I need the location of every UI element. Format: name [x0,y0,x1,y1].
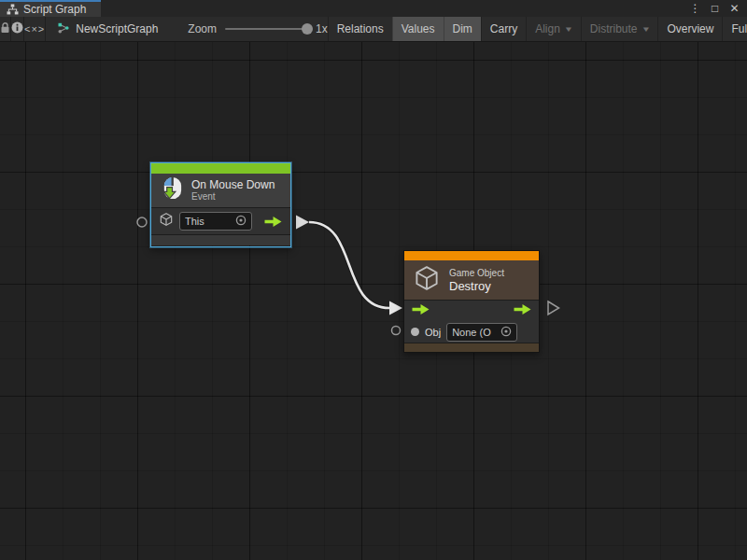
event-accent-bar [151,163,290,174]
mouse-icon [161,176,184,204]
info-button[interactable] [11,17,24,41]
info-icon [11,21,23,36]
obj-port-dot[interactable] [411,328,419,336]
event-node-footer [151,234,290,245]
dropdown-arrow-icon: ▼ [641,25,650,34]
carry-button[interactable]: Carry [481,17,526,41]
object-picker-icon[interactable] [500,326,512,339]
destroy-node-title: Destroy [449,279,504,294]
destroy-flow-in-arrow[interactable] [411,302,430,319]
tab-bar: Script Graph ⋮ □ ✕ [0,0,747,17]
graph-asset-icon [57,21,70,37]
destroy-accent-bar [404,251,539,260]
align-dropdown[interactable]: Align ▼ [526,17,581,41]
carry-label: Carry [490,22,517,35]
dim-label: Dim [453,22,472,35]
lock-icon [0,21,10,36]
zoom-value: 1x [316,22,328,35]
destroy-flow-row [404,300,539,321]
game-object-cube-icon [413,264,441,296]
toolbar-toggle-group: Relations Values Dim Carry Align ▼ Distr… [328,17,747,41]
lock-button[interactable] [0,17,11,41]
zoom-slider[interactable] [225,28,307,30]
overview-label: Overview [667,22,713,35]
destroy-obj-field[interactable]: None (O [446,323,517,342]
align-label: Align [535,22,560,35]
graph-name: NewScriptGraph [76,22,158,35]
values-label: Values [402,22,435,35]
window-controls: ⋮ □ ✕ [687,0,747,17]
wire-arrowhead [389,301,402,315]
code-view-button[interactable]: <×> [24,17,46,41]
distribute-label: Distribute [590,22,638,35]
toolbar: <×> NewScriptGraph Zoom 1x Relation [0,17,747,42]
graph-reference[interactable]: NewScriptGraph [57,17,158,41]
script-graph-window: Script Graph ⋮ □ ✕ [0,0,747,560]
destroy-node-category: Game Object [449,267,504,279]
fullscreen-label: Full S [731,22,747,35]
relations-label: Relations [337,22,384,35]
destroy-obj-port[interactable] [392,327,401,335]
tab-title: Script Graph [23,3,86,16]
relations-button[interactable]: Relations [328,17,392,41]
destroy-value-row: Obj None (O [404,321,539,343]
node-on-mouse-down[interactable]: On Mouse Down Event This [150,162,291,247]
zoom-label: Zoom [188,22,217,35]
wire-overlay [0,42,747,560]
node-destroy[interactable]: Game Object Destroy Obj [403,250,540,353]
dim-button[interactable]: Dim [444,17,481,41]
destroy-node-footer [404,343,539,352]
close-icon[interactable]: ✕ [726,1,742,16]
dropdown-arrow-icon: ▼ [564,25,573,34]
obj-port-label: Obj [425,327,441,338]
zoom-slider-handle[interactable] [302,23,313,35]
code-view-icon: <×> [24,23,45,35]
event-flow-out-arrow[interactable] [263,216,283,228]
connection-wire[interactable] [309,222,389,308]
event-trigger-out-port[interactable] [296,216,309,230]
destroy-flow-out-arrow[interactable] [513,302,532,319]
event-node-subtitle: Event [191,191,275,203]
event-target-value: This [185,216,232,227]
fullscreen-button[interactable]: Full S [722,17,747,41]
script-graph-icon [7,4,19,15]
maximize-icon[interactable]: □ [707,1,723,16]
zoom-control: Zoom 1x [188,17,327,41]
graph-canvas[interactable]: On Mouse Down Event This [0,42,747,560]
event-node-header: On Mouse Down Event [151,174,290,207]
distribute-dropdown[interactable]: Distribute ▼ [581,17,658,41]
tab-script-graph[interactable]: Script Graph [0,0,101,17]
event-input-port[interactable] [137,217,147,227]
event-target-field[interactable]: This [179,212,252,231]
destroy-obj-value: None (O [452,327,497,338]
game-object-cube-icon [159,212,174,231]
overview-button[interactable]: Overview [657,17,722,41]
destroy-node-header: Game Object Destroy [404,260,539,300]
object-picker-icon[interactable] [235,215,247,228]
destroy-trigger-out-port[interactable] [548,301,559,315]
values-button[interactable]: Values [392,17,444,41]
event-node-title: On Mouse Down [191,178,275,191]
window-menu-icon[interactable]: ⋮ [687,1,703,16]
event-port-row: This [151,207,290,234]
